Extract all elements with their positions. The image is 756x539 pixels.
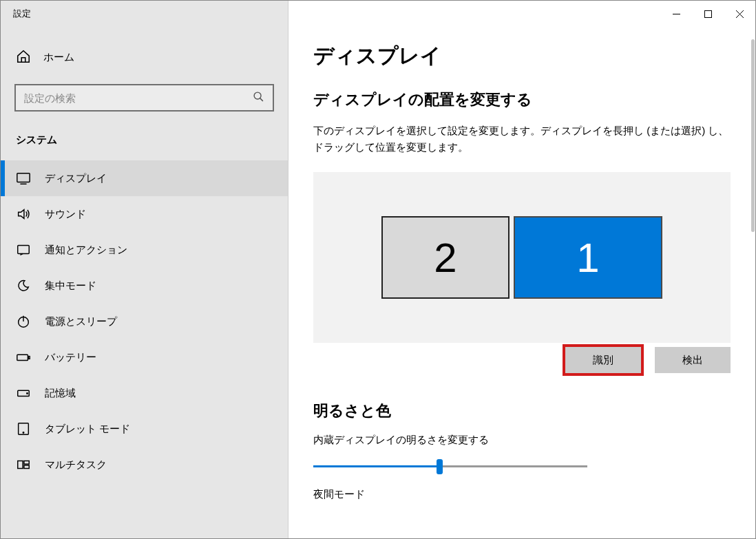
focus-icon <box>16 278 31 293</box>
search-input[interactable] <box>14 84 274 112</box>
display-arrange-area[interactable]: 2 1 <box>313 172 731 343</box>
power-icon <box>16 314 31 329</box>
svg-rect-6 <box>17 173 30 182</box>
sound-icon <box>16 207 31 222</box>
arrange-description: 下のディスプレイを選択して設定を変更します。ディスプレイを長押し (または選択)… <box>313 123 731 156</box>
svg-rect-1 <box>704 10 711 17</box>
sidebar-item-display[interactable]: ディスプレイ <box>1 160 288 196</box>
sidebar-item-label: マルチタスク <box>45 458 107 472</box>
minimize-button[interactable] <box>660 3 692 25</box>
maximize-button[interactable] <box>692 3 724 25</box>
svg-rect-18 <box>24 461 29 465</box>
sidebar-item-label: 集中モード <box>45 279 96 293</box>
svg-rect-17 <box>18 461 23 469</box>
svg-line-5 <box>260 98 263 101</box>
search-field[interactable] <box>24 92 253 104</box>
multitask-icon <box>16 457 31 472</box>
scrollbar[interactable] <box>751 39 755 232</box>
sidebar-item-label: ディスプレイ <box>45 172 107 185</box>
home-link[interactable]: ホーム <box>1 42 288 78</box>
sidebar-item-label: サウンド <box>45 208 86 221</box>
close-button[interactable] <box>724 3 755 25</box>
display-icon <box>16 171 31 186</box>
sidebar-item-power[interactable]: 電源とスリープ <box>1 304 288 339</box>
sidebar-item-focus[interactable]: 集中モード <box>1 268 288 304</box>
notification-icon <box>16 242 31 257</box>
sidebar-item-storage[interactable]: 記憶域 <box>1 375 288 411</box>
sidebar-item-tablet[interactable]: タブレット モード <box>1 411 288 447</box>
brightness-label: 内蔵ディスプレイの明るさを変更する <box>313 434 731 447</box>
night-mode-label: 夜間モード <box>313 488 731 501</box>
svg-rect-8 <box>18 246 30 254</box>
monitor-2[interactable]: 2 <box>381 216 510 299</box>
window-title: 設定 <box>1 8 31 20</box>
brightness-slider[interactable] <box>313 456 587 477</box>
sidebar: ホーム システム ディスプレイ サウンド 通知とアクション 集中モード 電源 <box>1 1 288 538</box>
sidebar-item-label: 電源とスリープ <box>45 315 117 328</box>
storage-icon <box>16 385 31 401</box>
identify-button[interactable]: 識別 <box>565 347 641 373</box>
slider-fill <box>313 465 439 467</box>
monitor-1[interactable]: 1 <box>514 216 662 299</box>
svg-rect-12 <box>28 357 30 359</box>
sidebar-item-label: タブレット モード <box>45 423 130 436</box>
sidebar-item-notifications[interactable]: 通知とアクション <box>1 232 288 268</box>
search-icon <box>253 91 264 105</box>
svg-rect-19 <box>24 465 29 469</box>
page-title: ディスプレイ <box>313 42 731 70</box>
main-content: ディスプレイ ディスプレイの配置を変更する 下のディスプレイを選択して設定を変更… <box>288 1 755 538</box>
home-label: ホーム <box>43 51 74 64</box>
svg-point-4 <box>254 92 261 99</box>
sidebar-item-label: 通知とアクション <box>45 244 127 257</box>
svg-point-14 <box>27 393 28 394</box>
brightness-heading: 明るさと色 <box>313 401 731 421</box>
detect-button[interactable]: 検出 <box>655 347 731 373</box>
slider-thumb[interactable] <box>437 459 443 474</box>
category-heading: システム <box>1 127 288 160</box>
sidebar-item-label: バッテリー <box>45 351 96 364</box>
sidebar-item-sound[interactable]: サウンド <box>1 196 288 232</box>
home-icon <box>16 49 31 66</box>
sidebar-item-battery[interactable]: バッテリー <box>1 339 288 375</box>
svg-rect-11 <box>17 355 28 360</box>
tablet-icon <box>16 421 31 436</box>
svg-point-16 <box>23 432 23 433</box>
battery-icon <box>16 350 31 365</box>
arrange-heading: ディスプレイの配置を変更する <box>313 89 731 110</box>
sidebar-item-multitask[interactable]: マルチタスク <box>1 447 288 483</box>
sidebar-item-label: 記憶域 <box>45 387 76 400</box>
